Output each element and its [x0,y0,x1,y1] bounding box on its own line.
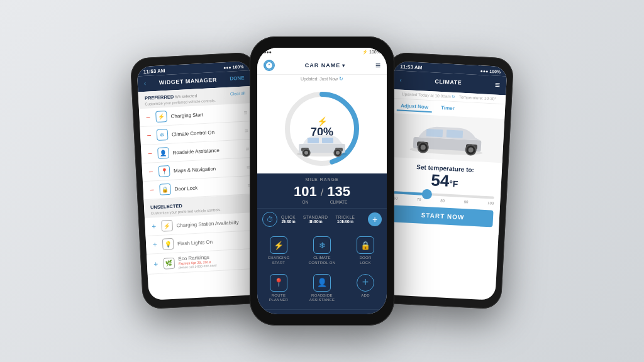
item-label: Climate Control On [172,128,241,137]
slider-track [394,191,494,199]
chevron-down-icon: ▾ [342,63,345,69]
climate-control-button[interactable]: ❄ CLIMATECONTROL ON [301,233,343,270]
right-phone-screen: 11:53 AM ●●● 100% ‹ CLIMATE ≡ Updated To… [382,61,507,300]
charging-start-button[interactable]: ⚡ CHARGINGSTART [257,233,300,270]
right-status-time: 11:53 AM [400,64,422,71]
mile-range-values: 101 ON / 135 CLIMATE [264,184,380,204]
adjust-now-tab[interactable]: Adjust Now [397,101,433,112]
charging-station-icon: ⚡ [161,220,173,232]
car-image [294,130,350,158]
speed-options: QUICK 2h30m STANDARD 4h30m TRICKLE 10h30… [281,215,364,224]
bottom-grid: ⚡ CHARGINGSTART ❄ CLIMATECONTROL ON 🔒 DO… [257,230,387,309]
refresh-icon[interactable]: ↻ [339,76,343,82]
climate-car-image [389,113,504,163]
drag-handle[interactable]: ≡ [245,145,249,152]
climate-control-icon: ❄ [313,236,331,254]
item-label: Door Lock [174,182,243,192]
remove-icon[interactable]: − [146,149,154,158]
left-phone: 11:53 AM ●●● 100% ‹ WIDGET MANAGER DONE … [130,52,269,310]
remove-icon[interactable]: − [145,131,153,140]
door-lock-button[interactable]: 🔒 DOORLOCK [344,233,387,270]
timer-icon[interactable]: ⏱ [262,212,277,227]
climate-icon: ❄ [157,129,169,141]
bolt-icon: ⚡ [306,116,337,126]
add-widget-button[interactable]: + ADD [344,270,387,307]
climate-back-button[interactable]: ‹ [399,76,402,83]
quick-speed[interactable]: QUICK 2h30m [281,215,296,224]
center-phone-screen: ●●● ⚡ 100% CAR NAME ▾ ≡ Updated: Just [257,48,387,314]
mile-range-section: MILE RANGE 101 ON / 135 CLIMATE [257,173,387,208]
svg-point-12 [336,151,340,155]
left-status-icons: ●●● 100% [223,65,244,70]
charging-start-icon: ⚡ [270,236,287,254]
charging-speed-section: ⏱ QUICK 2h30m STANDARD 4h30m TRICKLE 10h… [257,208,387,230]
climate-title: CLIMATE [435,78,462,85]
climate-menu-button[interactable]: ≡ [495,79,501,89]
back-button[interactable]: ‹ [143,80,146,87]
drag-handle[interactable]: ≡ [243,109,247,116]
app-logo [264,60,275,71]
svg-point-0 [265,62,273,69]
remove-icon[interactable]: − [147,167,155,177]
add-icon[interactable]: + [150,222,158,231]
widget-body: PREFERRED 5/5 selected Clear all Customi… [138,86,260,275]
item-label: Charging Start [170,109,240,119]
standard-speed[interactable]: STANDARD 4h30m [303,215,328,224]
back-nav-icon[interactable]: ← [351,314,360,314]
updated-label: Updated: Just Now ↻ [257,75,387,83]
svg-rect-7 [308,138,319,143]
left-status-time: 11:53 AM [143,68,165,75]
svg-point-10 [304,151,308,155]
slider-thumb[interactable] [421,189,432,199]
center-phone: ●●● ⚡ 100% CAR NAME ▾ ≡ Updated: Just [250,36,394,326]
item-label: Flash Lights On [177,237,247,246]
done-button[interactable]: DONE [230,75,245,82]
eco-icon: 🌿 [163,257,175,269]
svg-rect-8 [322,138,333,143]
flash-icon: 💡 [162,238,174,250]
charging-icon: ⚡ [155,111,167,123]
right-status-icons: ●●● 100% [480,69,501,74]
center-status-bar: ●●● ⚡ 100% [257,48,387,57]
maps-icon: 📍 [158,165,170,177]
climate-car-svg [405,119,489,158]
svg-rect-17 [426,128,443,136]
add-icon: + [357,274,374,292]
widget-manager-title: WIDGET MANAGER [159,76,217,85]
add-icon[interactable]: + [152,259,160,268]
add-speed-button[interactable]: + [368,212,382,226]
item-label: Maps & Navigation [174,164,243,173]
slider-fill [394,191,424,195]
roadside-assistance-button[interactable]: 👤 ROADSIDEASSISTANCE [301,270,343,307]
door-lock-icon: 🔒 [357,236,374,254]
car-svg [294,130,350,158]
remove-icon[interactable]: − [144,112,152,122]
trickle-speed[interactable]: TRICKLE 10h30m [335,215,355,224]
car-name-button[interactable]: CAR NAME ▾ [305,62,346,69]
route-planner-icon: 📍 [270,274,287,292]
remove-icon[interactable]: − [148,185,156,195]
circle-nav-icon[interactable]: ○ [318,314,323,314]
logo-icon [265,61,274,70]
center-bottom-nav: ⌂ ○ ← [257,309,387,314]
item-label: Charging Station Availability [176,219,245,228]
roadside-assistance-icon: 👤 [313,274,331,292]
center-header: CAR NAME ▾ ≡ [257,57,387,75]
menu-button[interactable]: ≡ [375,60,380,70]
lock-icon: 🔒 [159,184,171,195]
drag-handle[interactable]: ≡ [245,127,248,134]
add-icon[interactable]: + [151,240,159,250]
start-now-button[interactable]: START NOW [392,205,493,227]
timer-tab[interactable]: Timer [437,104,458,114]
refresh-icon[interactable]: ↻ [452,94,455,99]
roadside-icon: 👤 [157,147,169,159]
home-nav-icon[interactable]: ⌂ [284,314,289,314]
charging-section: ⚡ 70% CHARGING... [257,83,387,173]
right-phone: 11:53 AM ●●● 100% ‹ CLIMATE ≡ Updated To… [375,52,514,310]
charge-circle: ⚡ 70% CHARGING... [281,88,363,170]
item-label: Roadside Assistance [172,146,242,155]
clear-all-button[interactable]: Clear all [230,90,245,96]
svg-rect-18 [447,129,464,138]
left-phone-screen: 11:53 AM ●●● 100% ‹ WIDGET MANAGER DONE … [136,61,262,300]
route-planner-button[interactable]: 📍 ROUTEPLANNER [257,270,300,307]
